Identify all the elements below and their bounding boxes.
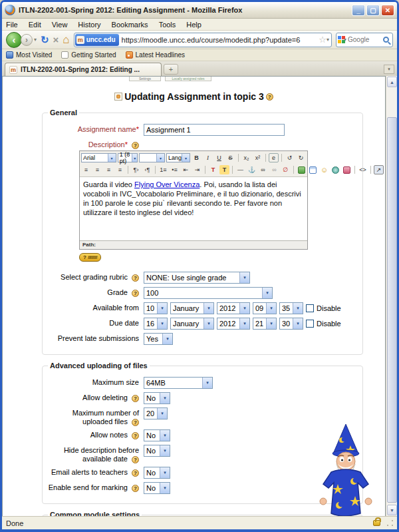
- allow-notes-select[interactable]: No▾: [144, 429, 170, 441]
- menu-tools[interactable]: Tools: [159, 21, 176, 29]
- indent-icon[interactable]: ⇥: [192, 165, 202, 174]
- rubric-help-icon[interactable]: ?: [132, 274, 139, 282]
- bookmark-star-icon[interactable]: ☆: [319, 35, 327, 45]
- menu-history[interactable]: History: [78, 21, 100, 29]
- description-help-icon[interactable]: ?: [132, 142, 139, 149]
- ltr-icon[interactable]: ¶›: [131, 165, 141, 174]
- clean-html-icon[interactable]: e: [269, 153, 279, 162]
- rtl-icon[interactable]: ‹¶: [142, 165, 152, 174]
- search-engine-dropdown-icon[interactable]: ▾: [344, 37, 346, 43]
- text-color-icon[interactable]: T: [208, 165, 218, 174]
- send-for-marking-select[interactable]: No▾: [144, 482, 170, 494]
- site-identity-button[interactable]: m uncc.edu: [75, 34, 119, 46]
- menu-file[interactable]: File: [6, 21, 18, 29]
- bold-icon[interactable]: B: [192, 153, 201, 162]
- due-hour-select[interactable]: 21▾: [253, 318, 277, 330]
- search-input[interactable]: [348, 36, 374, 43]
- due-year-select[interactable]: 2012▾: [217, 318, 250, 330]
- menu-edit[interactable]: Edit: [29, 21, 41, 29]
- crop-tab-settings[interactable]: Settings: [129, 77, 161, 81]
- description-editor-canvas[interactable]: Guarda il video Flying Over Vicenza. Poi…: [80, 177, 307, 240]
- align-left-icon[interactable]: ≡: [81, 165, 91, 174]
- highlight-color-icon[interactable]: T: [219, 165, 229, 174]
- crop-tab-roles[interactable]: Locally assigned roles: [165, 77, 211, 81]
- search-magnifier-icon[interactable]: [383, 37, 389, 43]
- description-link[interactable]: Flying Over Vicenza: [134, 180, 200, 188]
- max-files-help-icon[interactable]: ?: [132, 419, 139, 426]
- close-button[interactable]: ✕: [381, 5, 394, 16]
- grade-select[interactable]: 100▾: [144, 287, 273, 299]
- history-dropdown-icon[interactable]: ▾: [34, 37, 37, 43]
- home-icon[interactable]: ⌂: [63, 33, 69, 47]
- tab-editing-assignment[interactable]: m ITLN-2202-001-Spring 2012: Editing ...: [5, 63, 162, 76]
- fullscreen-icon[interactable]: ↗: [374, 165, 384, 174]
- search-box[interactable]: ▾: [336, 33, 393, 47]
- available-minute-select[interactable]: 35▾: [279, 302, 303, 314]
- bullet-list-icon[interactable]: •≡: [170, 165, 180, 174]
- link-icon[interactable]: ∞: [258, 165, 268, 174]
- editor-help-button[interactable]: ?####: [79, 253, 101, 262]
- anchor-icon[interactable]: ⚓: [247, 165, 257, 174]
- horizontal-rule-icon[interactable]: —: [235, 165, 245, 174]
- allow-deleting-help-icon[interactable]: ?: [132, 395, 139, 402]
- scroll-down-icon[interactable]: ▼: [387, 505, 397, 515]
- prevent-autolink-icon[interactable]: ∅: [281, 165, 291, 174]
- outdent-icon[interactable]: ⇤: [181, 165, 191, 174]
- ssl-lock-icon[interactable]: [373, 520, 380, 526]
- align-center-icon[interactable]: ≡: [92, 165, 102, 174]
- undo-icon[interactable]: ↺: [285, 153, 295, 162]
- align-justify-icon[interactable]: ≡: [115, 165, 125, 174]
- due-day-select[interactable]: 16▾: [144, 318, 168, 330]
- insert-image-icon[interactable]: [297, 165, 307, 174]
- email-alerts-select[interactable]: No▾: [144, 467, 170, 479]
- forward-button[interactable]: ›: [21, 34, 33, 46]
- insert-table-icon[interactable]: [308, 165, 318, 174]
- stop-icon[interactable]: ×: [53, 34, 59, 45]
- prevent-late-select[interactable]: Yes▾: [144, 333, 173, 345]
- maximize-button[interactable]: ▢: [366, 5, 380, 16]
- insert-world-icon[interactable]: [331, 165, 340, 174]
- menu-bookmarks[interactable]: Bookmarks: [112, 21, 148, 29]
- rubric-select[interactable]: NONE: Use single grade▾: [144, 272, 250, 284]
- minimize-button[interactable]: _: [352, 5, 365, 16]
- new-tab-button[interactable]: +: [164, 64, 178, 75]
- url-text[interactable]: https://moodle.uncc.edu/course/modedit.p…: [122, 36, 317, 44]
- scroll-up-icon[interactable]: ▲: [387, 77, 397, 87]
- send-for-marking-help-icon[interactable]: ?: [132, 485, 139, 492]
- italic-icon[interactable]: I: [203, 153, 213, 162]
- due-minute-select[interactable]: 30▾: [279, 318, 303, 330]
- hide-description-select[interactable]: No▾: [144, 445, 170, 457]
- url-dropdown-icon[interactable]: ▾: [327, 37, 329, 43]
- menu-view[interactable]: View: [52, 21, 68, 29]
- fontsize-select[interactable]: 1 (8 pt)▾: [118, 153, 138, 162]
- redo-icon[interactable]: ↻: [296, 153, 306, 162]
- available-hour-select[interactable]: 09▾: [253, 302, 277, 314]
- heading-help-icon[interactable]: ?: [266, 93, 273, 101]
- page-scrollbar[interactable]: ▲ ▼: [386, 76, 397, 516]
- lang-select[interactable]: Lang▾: [166, 153, 190, 162]
- align-right-icon[interactable]: ≡: [104, 165, 114, 174]
- available-month-select[interactable]: January▾: [170, 302, 214, 314]
- url-bar[interactable]: m uncc.edu https://moodle.uncc.edu/cours…: [74, 33, 332, 47]
- max-files-select[interactable]: 20▾: [144, 407, 168, 419]
- available-year-select[interactable]: 2012▾: [217, 302, 250, 314]
- underline-icon[interactable]: U: [214, 153, 224, 162]
- max-size-select[interactable]: 64MB▾: [144, 377, 213, 389]
- allow-deleting-select[interactable]: No▾: [144, 392, 170, 404]
- font-select[interactable]: Arial▾: [81, 153, 116, 162]
- insert-smiley-icon[interactable]: ☺: [319, 165, 329, 174]
- due-month-select[interactable]: January▾: [170, 318, 214, 330]
- due-disable-checkbox[interactable]: [306, 320, 314, 328]
- strikethrough-icon[interactable]: S: [225, 153, 235, 162]
- assignment-name-input[interactable]: [144, 124, 285, 136]
- menu-help[interactable]: Help: [186, 21, 201, 29]
- hide-description-help-icon[interactable]: ?: [132, 456, 139, 463]
- subscript-icon[interactable]: x₂: [241, 153, 251, 162]
- list-all-tabs-icon[interactable]: ▾: [384, 65, 394, 74]
- ordered-list-icon[interactable]: 1≡: [158, 165, 168, 174]
- insert-special-char-icon[interactable]: [342, 165, 352, 174]
- grade-help-icon[interactable]: ?: [132, 290, 139, 297]
- scrollbar-thumb[interactable]: [387, 117, 397, 503]
- bookmark-most-visited[interactable]: Most Visited: [6, 51, 52, 59]
- superscript-icon[interactable]: x²: [253, 153, 263, 162]
